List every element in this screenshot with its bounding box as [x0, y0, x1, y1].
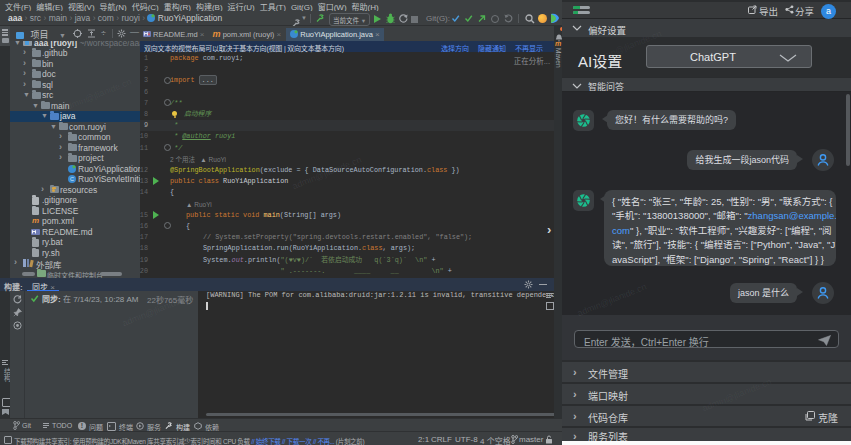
- svg-text:C: C: [70, 176, 74, 182]
